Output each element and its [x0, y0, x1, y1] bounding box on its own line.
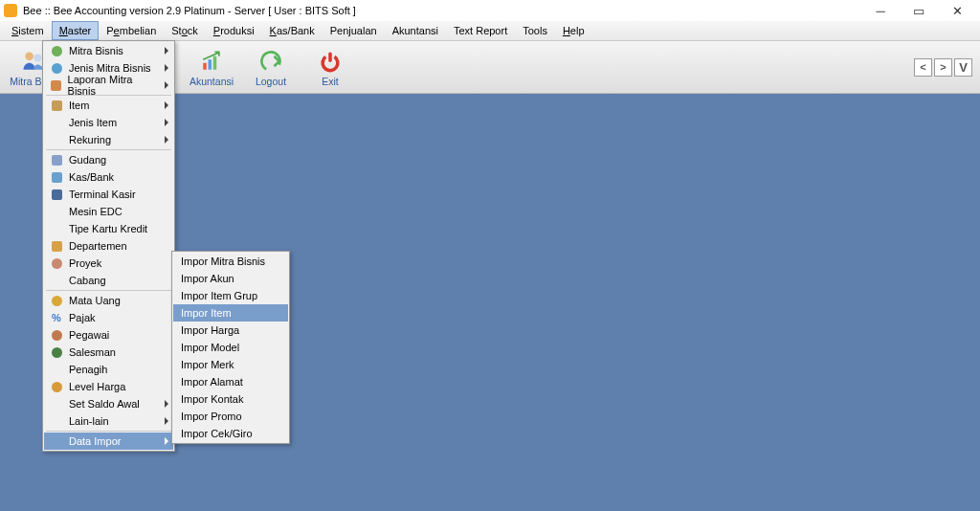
menu-master[interactable]: Master: [52, 21, 100, 40]
application-window: Bee :: Bee Accounting version 2.9 Platin…: [0, 0, 980, 511]
menu-item-mesin-edc[interactable]: Mesin EDC: [44, 203, 173, 220]
menu-item-departemen[interactable]: Departemen: [44, 237, 173, 255]
menu-item-cabang[interactable]: Cabang: [44, 272, 173, 289]
submenu-item-label: Impor Cek/Giro: [181, 428, 253, 439]
menu-item-pajak[interactable]: %Pajak: [44, 309, 173, 326]
menubar: Sistem Master Pembelian Stock Produksi K…: [0, 21, 980, 41]
svg-rect-7: [209, 59, 212, 70]
titlebar: Bee :: Bee Accounting version 2.9 Platin…: [0, 0, 980, 21]
submenu-impor-item[interactable]: Impor Item: [173, 304, 288, 322]
employee-icon: [48, 327, 65, 343]
menu-item-tipe-kartu-kredit[interactable]: Tipe Kartu Kredit: [44, 220, 173, 237]
menu-item-salesman[interactable]: Salesman: [44, 344, 173, 361]
menu-item-label: Cabang: [69, 275, 106, 286]
menu-kasbank[interactable]: Kas/Bank: [262, 21, 323, 40]
menu-item-mata-uang[interactable]: Mata Uang: [44, 292, 173, 309]
toolbar-label: Logout: [256, 76, 286, 87]
toolbar-akuntansi[interactable]: Akuntansi: [182, 43, 241, 91]
svg-rect-11: [328, 52, 332, 62]
menu-item-label: Salesman: [69, 346, 116, 358]
menu-item-item[interactable]: Item: [44, 97, 173, 114]
nav-next[interactable]: >: [934, 58, 952, 77]
menu-item-label: Pegawai: [69, 329, 109, 341]
submenu-item-label: Impor Item: [181, 307, 232, 319]
menu-pembelian[interactable]: Pembelian: [99, 21, 164, 40]
menu-item-data-impor[interactable]: Data Impor: [44, 433, 173, 450]
history-nav: < > V: [914, 58, 972, 77]
submenu-impor-alamat[interactable]: Impor Alamat: [173, 373, 288, 390]
submenu-impor-cek-giro[interactable]: Impor Cek/Giro: [173, 425, 288, 442]
nav-v[interactable]: V: [954, 58, 972, 77]
submenu-impor-model[interactable]: Impor Model: [173, 339, 288, 356]
menu-penjualan[interactable]: Penjualan: [323, 21, 385, 40]
menu-akuntansi[interactable]: Akuntansi: [385, 21, 446, 40]
submenu-impor-harga[interactable]: Impor Harga: [173, 322, 288, 339]
submenu-impor-kontak[interactable]: Impor Kontak: [173, 390, 288, 408]
submenu-impor-item-grup[interactable]: Impor Item Grup: [173, 287, 288, 304]
menu-item-penagih[interactable]: Penagih: [44, 361, 173, 378]
menu-item-label: Gudang: [69, 154, 106, 166]
person-icon: [48, 43, 65, 58]
salesman-icon: [48, 344, 65, 360]
menu-item-pegawai[interactable]: Pegawai: [44, 326, 173, 344]
menu-item-mitra-bisnis[interactable]: Mitra Bisnis: [44, 42, 173, 59]
menu-item-level-harga[interactable]: Level Harga: [44, 378, 173, 395]
nav-prev[interactable]: <: [914, 58, 932, 77]
submenu-item-label: Impor Promo: [181, 411, 242, 422]
toolbar-exit[interactable]: Exit: [301, 43, 360, 91]
menu-item-label: Penagih: [69, 364, 107, 375]
submenu-impor-merk[interactable]: Impor Merk: [173, 356, 288, 373]
menu-help[interactable]: Help: [555, 21, 592, 40]
menu-item-gudang[interactable]: Gudang: [44, 151, 173, 168]
menu-stock[interactable]: Stock: [164, 21, 206, 40]
report-icon: [48, 78, 64, 93]
menu-item-label: Data Impor: [69, 435, 121, 447]
menu-item-proyek[interactable]: Proyek: [44, 255, 173, 272]
menu-item-label: Mitra Bisnis: [69, 45, 123, 56]
toolbar-label: Akuntansi: [189, 76, 234, 87]
minimize-button[interactable]: ─: [861, 0, 900, 21]
menu-item-set-saldo-awal[interactable]: Set Saldo Awal: [44, 395, 173, 412]
menu-item-jenis-item[interactable]: Jenis Item: [44, 114, 173, 131]
warehouse-icon: [48, 152, 65, 167]
menu-text-report[interactable]: Text Report: [446, 21, 515, 40]
department-icon: [48, 238, 65, 254]
menu-item-rekuring[interactable]: Rekuring: [44, 131, 173, 148]
menu-sistem[interactable]: Sistem: [4, 21, 52, 40]
submenu-impor-akun[interactable]: Impor Akun: [173, 270, 288, 287]
menu-item-label: Item: [69, 100, 89, 111]
menu-produksi[interactable]: Produksi: [206, 21, 262, 40]
svg-rect-8: [213, 56, 217, 69]
menu-tools[interactable]: Tools: [515, 21, 555, 40]
svg-rect-6: [203, 62, 207, 69]
currency-icon: [48, 293, 65, 308]
submenu-item-label: Impor Merk: [181, 359, 234, 370]
menu-item-label: Mata Uang: [69, 295, 121, 306]
menu-item-label: Laporan Mitra Bisnis: [68, 74, 156, 97]
menu-item-terminal-kasir[interactable]: Terminal Kasir: [44, 186, 173, 203]
submenu-item-label: Impor Model: [181, 342, 239, 353]
submenu-item-label: Impor Akun: [181, 273, 234, 284]
master-dropdown: Mitra Bisnis Jenis Mitra Bisnis Laporan …: [42, 40, 175, 452]
toolbar-logout[interactable]: Logout: [241, 43, 301, 91]
menu-item-laporan-mitra-bisnis[interactable]: Laporan Mitra Bisnis: [44, 77, 173, 94]
close-button[interactable]: ✕: [938, 0, 976, 21]
submenu-item-label: Impor Item Grup: [181, 290, 257, 301]
submenu-impor-promo[interactable]: Impor Promo: [173, 408, 288, 425]
svg-point-1: [33, 54, 41, 61]
project-icon: [48, 256, 65, 271]
menu-item-lain-lain[interactable]: Lain-lain: [44, 412, 173, 430]
menu-item-label: Jenis Mitra Bisnis: [69, 62, 151, 74]
group-icon: [48, 60, 65, 76]
menu-item-label: Mesin EDC: [69, 206, 122, 217]
logout-icon: [257, 48, 284, 75]
submenu-impor-mitra-bisnis[interactable]: Impor Mitra Bisnis: [173, 253, 288, 270]
menu-item-kas-bank[interactable]: Kas/Bank: [44, 168, 173, 186]
app-icon: [4, 4, 17, 17]
chart-icon: [198, 48, 225, 75]
menu-item-label: Terminal Kasir: [69, 189, 136, 200]
menu-item-label: Tipe Kartu Kredit: [69, 223, 147, 234]
power-icon: [317, 48, 344, 75]
menu-item-label: Set Saldo Awal: [69, 398, 140, 410]
maximize-button[interactable]: ▭: [900, 0, 938, 21]
